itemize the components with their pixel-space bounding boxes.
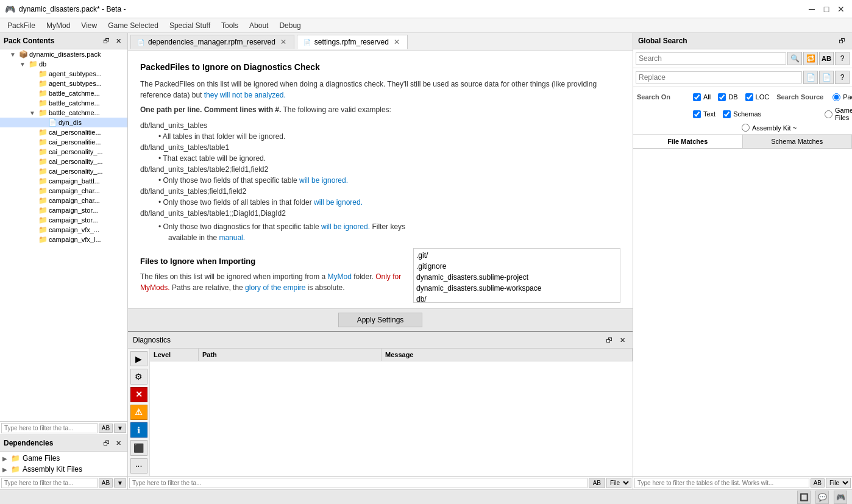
dep-item-gamefiles[interactable]: ▶ 📁 Game Files	[0, 453, 127, 464]
replace-file-btn[interactable]: 📄	[803, 71, 818, 84]
diagnostics-panel: Diagnostics 🗗 ✕ ▶ ⚙ ✕ ⚠ ℹ ⬛ ···	[128, 331, 633, 489]
cb-all-input[interactable]	[693, 93, 701, 101]
menu-tools[interactable]: Tools	[216, 20, 243, 31]
menu-about[interactable]: About	[244, 20, 273, 31]
tree-item-caip1[interactable]: 📁 cai_personality_...	[0, 147, 127, 157]
tree-item-agent1[interactable]: 📁 agent_subtypes...	[0, 69, 127, 79]
diag-run-btn[interactable]: ▶	[130, 351, 147, 366]
tree-item-battle1[interactable]: 📁 battle_catchme...	[0, 88, 127, 98]
diag-filter-ab-btn[interactable]: AB	[589, 478, 605, 488]
search-filter-input[interactable]	[634, 478, 809, 488]
search-replace-find-btn[interactable]: 🔁	[803, 52, 818, 65]
tree-item-agent2[interactable]: 📁 agent_subtypes...	[0, 79, 127, 88]
status-icon-1[interactable]: 🔲	[797, 491, 811, 504]
tree-item-db[interactable]: ▼ 📁 db	[0, 59, 127, 69]
tree-item-campstor2[interactable]: 📁 campaign_stor...	[0, 215, 127, 225]
diagnostics-body: ▶ ⚙ ✕ ⚠ ℹ ⬛ ··· Level Path Message	[128, 349, 633, 476]
pack-contents-restore-btn[interactable]: 🗗	[101, 35, 112, 46]
deps-close-btn[interactable]: ✕	[113, 438, 124, 449]
dependencies-title: Dependencies	[4, 439, 53, 447]
pack-filter-input[interactable]	[1, 423, 98, 433]
radio-game-input[interactable]	[825, 110, 832, 118]
diag-restore-btn[interactable]: 🗗	[603, 335, 614, 346]
cb-schemas-input[interactable]	[723, 110, 731, 118]
tree-item-cai2[interactable]: 📁 cai_personalitie...	[0, 137, 127, 147]
diag-close-btn[interactable]: ✕	[617, 335, 628, 346]
deps-restore-btn[interactable]: 🗗	[101, 438, 112, 449]
tree-item-dyndis[interactable]: 📄 dyn_dis	[0, 118, 127, 127]
tree-item-campchar1[interactable]: 📁 campaign_char...	[0, 186, 127, 196]
diag-more-btn[interactable]: ···	[130, 458, 147, 474]
tree-item-campvfx1[interactable]: 📁 campaign_vfx_...	[0, 225, 127, 235]
diagnostics-table: Level Path Message	[150, 349, 633, 476]
tree-item-campchar2[interactable]: 📁 campaign_char...	[0, 196, 127, 205]
cb-text-input[interactable]	[693, 110, 701, 118]
diag-export-btn[interactable]: ⬛	[130, 440, 147, 455]
status-icon-2[interactable]: 💬	[815, 491, 829, 504]
tab-dep-close[interactable]: ✕	[279, 38, 288, 46]
pack-contents-title: Pack Contents	[4, 37, 54, 45]
menu-special-stuff[interactable]: Special Stuff	[165, 20, 215, 31]
tree-item-caip3[interactable]: 📁 cai_personality_...	[0, 166, 127, 176]
diag-info-btn[interactable]: ℹ	[130, 422, 147, 438]
deps-filter-input[interactable]	[1, 478, 98, 488]
status-icon-3[interactable]: 🎮	[834, 491, 847, 504]
diag-filter-select[interactable]: File	[606, 478, 631, 488]
menu-packfile[interactable]: PackFile	[2, 20, 40, 31]
tab-dependencies[interactable]: 📄 dependencies_manager.rpfm_reserved ✕	[130, 35, 294, 49]
diag-warning-btn[interactable]: ⚠	[130, 405, 147, 420]
tab-settings[interactable]: 📄 settings.rpfm_reserved ✕	[297, 35, 408, 49]
maximize-button[interactable]: □	[820, 3, 832, 15]
minimize-button[interactable]: ─	[806, 3, 818, 15]
search-tab-file-matches[interactable]: File Matches	[633, 135, 743, 148]
tree-item-caip2[interactable]: 📁 cai_personality_...	[0, 157, 127, 166]
close-button[interactable]: ✕	[835, 3, 847, 15]
diag-col-level: Level	[150, 349, 199, 361]
settings-content: PackedFiles to Ignore on Diagnostics Che…	[128, 51, 633, 308]
radio-assembly-kit: Assembly Kit ~	[742, 124, 797, 132]
replace-input[interactable]	[636, 71, 802, 83]
tree-item-cai1[interactable]: 📁 cai_personalitie...	[0, 127, 127, 137]
menu-mymod[interactable]: MyMod	[41, 20, 75, 31]
pack-contents-filter-bar: AB ▼	[0, 421, 127, 435]
global-search-restore-btn[interactable]: 🗗	[836, 35, 847, 46]
deps-filter-ab-btn[interactable]: AB	[99, 478, 113, 488]
cb-db-input[interactable]	[718, 93, 726, 101]
dep-item-assemblykit[interactable]: ▶ 📁 Assembly Kit Files	[0, 464, 127, 475]
diag-filter-input[interactable]	[129, 478, 588, 488]
replace-all-btn[interactable]: 📄	[819, 71, 834, 84]
tree-item-campstor1[interactable]: 📁 campaign_stor...	[0, 205, 127, 215]
search-magnifier-btn[interactable]: 🔍	[787, 52, 802, 65]
menu-game-selected[interactable]: Game Selected	[103, 20, 163, 31]
tree-item-battle2[interactable]: 📁 battle_catchme...	[0, 98, 127, 108]
tree-item-battle3[interactable]: ▼ 📁 battle_catchme...	[0, 108, 127, 118]
apply-settings-button[interactable]: Apply Settings	[338, 313, 423, 327]
pack-filter-ab-btn[interactable]: AB	[99, 424, 113, 433]
deps-filter-down-btn[interactable]: ▼	[114, 478, 126, 488]
tree-item-campvfx2[interactable]: 📁 campaign_vfx_l...	[0, 235, 127, 244]
pack-contents-close-btn[interactable]: ✕	[113, 35, 124, 46]
radio-assembly-kit-input[interactable]	[742, 124, 750, 132]
replace-row: 📄 📄 ?	[633, 68, 852, 87]
file-ignore-list[interactable]: .git/ .gitignore dynamic_disasters.subli…	[413, 248, 620, 303]
app-icon: 🎮	[5, 4, 15, 14]
diag-settings-btn[interactable]: ⚙	[130, 369, 147, 384]
title-bar: 🎮 dynamic_disasters.pack* - Beta - ─ □ ✕	[0, 0, 852, 18]
diag-error-btn[interactable]: ✕	[130, 387, 147, 402]
tree-item-campbatt[interactable]: 📁 campaign_battl...	[0, 176, 127, 186]
cb-loc-input[interactable]	[745, 93, 753, 101]
search-case-btn[interactable]: AB	[819, 52, 834, 65]
replace-help-btn[interactable]: ?	[835, 71, 850, 84]
tree-item-pack[interactable]: ▼ 📦 dynamic_disasters.pack	[0, 49, 127, 59]
search-filter-select[interactable]: File	[826, 478, 851, 488]
menu-debug[interactable]: Debug	[274, 20, 305, 31]
radio-packfile-input[interactable]	[832, 93, 840, 101]
menu-view[interactable]: View	[76, 20, 102, 31]
global-search-header: Global Search 🗗	[633, 33, 852, 49]
search-tab-schema-matches[interactable]: Schema Matches	[743, 135, 853, 148]
search-filter-ab-btn[interactable]: AB	[811, 478, 825, 488]
search-help-btn[interactable]: ?	[835, 52, 850, 65]
pack-filter-down-btn[interactable]: ▼	[114, 424, 126, 433]
search-input[interactable]	[636, 52, 786, 65]
tab-settings-close[interactable]: ✕	[392, 38, 401, 46]
